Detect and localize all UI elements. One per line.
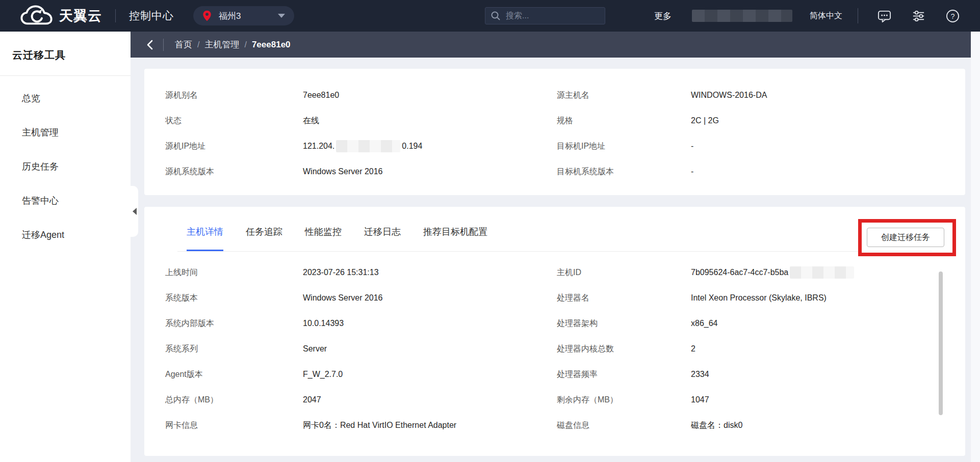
- back-icon[interactable]: [146, 40, 154, 50]
- field-label: 源机IP地址: [165, 141, 303, 152]
- tab-1[interactable]: 任务追踪: [246, 212, 282, 251]
- summary-right-column: 源主机名WINDOWS-2016-DA规格2C | 2G目标机IP地址-目标机系…: [557, 83, 944, 184]
- field-label: 剩余内存（MB）: [557, 395, 691, 405]
- field-label: 磁盘信息: [557, 420, 691, 431]
- field-label: 系统系列: [165, 344, 303, 355]
- create-migration-task-button[interactable]: 创建迁移任务: [867, 228, 944, 247]
- language-switcher[interactable]: 简体中文: [810, 11, 842, 21]
- cloud-logo-icon: [19, 5, 54, 27]
- sidebar-item-0[interactable]: 总览: [0, 81, 131, 115]
- svg-text:?: ?: [950, 12, 955, 20]
- field-row: 上线时间2023-07-26 15:31:13: [165, 260, 532, 285]
- field-label: 状态: [165, 116, 303, 126]
- field-row: 目标机IP地址-: [557, 133, 944, 159]
- field-value: 10.0.14393: [303, 319, 344, 328]
- sidebar: 云迁移工具 总览主机管理历史任务告警中心迁移Agent: [0, 32, 131, 462]
- field-row: Agent版本F_W_2.7.0: [165, 362, 532, 387]
- detail-left-column: 上线时间2023-07-26 15:31:13系统版本Windows Serve…: [165, 260, 532, 438]
- tab-4[interactable]: 推荐目标机配置: [423, 212, 487, 251]
- field-row: 处理器名Intel Xeon Processor (Skylake, IBRS): [557, 285, 944, 311]
- field-row: 处理器频率2334: [557, 362, 944, 387]
- field-value: Intel Xeon Processor (Skylake, IBRS): [691, 293, 827, 303]
- help-icon[interactable]: ?: [946, 9, 960, 23]
- field-row: 状态在线: [165, 108, 532, 133]
- field-label: 处理器内核总数: [557, 344, 691, 355]
- field-value: 2C | 2G: [691, 116, 719, 125]
- breadcrumb: 首页/主机管理/7eee81e0: [175, 39, 291, 50]
- summary-left-column: 源机别名7eee81e0状态在线源机IP地址121.204.0.194源机系统版…: [165, 83, 532, 184]
- field-label: 目标机系统版本: [557, 167, 691, 177]
- field-label: 上线时间: [165, 267, 303, 278]
- field-label: 源主机名: [557, 90, 691, 101]
- redacted-value: [790, 266, 854, 279]
- sliders-icon[interactable]: [912, 9, 925, 23]
- field-row: 源机别名7eee81e0: [165, 83, 532, 108]
- brand-name: 天翼云: [59, 7, 102, 25]
- field-value: WINDOWS-2016-DA: [691, 91, 767, 100]
- sidebar-item-4[interactable]: 迁移Agent: [0, 218, 131, 252]
- brand-logo[interactable]: 天翼云: [19, 5, 102, 27]
- breadcrumb-item-0[interactable]: 首页: [175, 39, 192, 50]
- field-label: 系统版本: [165, 293, 303, 304]
- field-row: 处理器内核总数2: [557, 336, 944, 362]
- sidebar-collapse-handle[interactable]: [131, 186, 138, 237]
- detail-tabs: 主机详情任务追踪性能监控迁移日志推荐目标机配置: [177, 207, 932, 252]
- chevron-down-icon: [278, 14, 285, 18]
- field-row: 总内存（MB）2047: [165, 387, 532, 413]
- field-label: 目标机IP地址: [557, 141, 691, 152]
- search-input[interactable]: [506, 11, 587, 20]
- field-label: Agent版本: [165, 369, 303, 380]
- sidebar-item-3[interactable]: 告警中心: [0, 183, 131, 218]
- console-center-link[interactable]: 控制中心: [129, 9, 174, 23]
- field-value: 在线: [303, 116, 319, 126]
- field-row: 磁盘信息磁盘名：disk0: [557, 413, 944, 438]
- field-label: 处理器名: [557, 293, 691, 304]
- breadcrumb-item-1[interactable]: 主机管理: [204, 39, 239, 50]
- field-value: 磁盘名：disk0: [691, 420, 742, 431]
- sidebar-item-2[interactable]: 历史任务: [0, 149, 131, 183]
- redacted-value: [336, 140, 400, 152]
- app-root: 天翼云 控制中心 福州3 更多 简体中文: [0, 0, 980, 462]
- global-search[interactable]: [485, 7, 605, 24]
- sidebar-item-1[interactable]: 主机管理: [0, 115, 131, 149]
- field-value: x86_64: [691, 319, 718, 328]
- tab-3[interactable]: 迁移日志: [364, 212, 401, 251]
- more-menu[interactable]: 更多: [654, 10, 672, 22]
- field-value: F_W_2.7.0: [303, 370, 343, 379]
- tab-0[interactable]: 主机详情: [187, 212, 223, 251]
- tab-2[interactable]: 性能监控: [305, 212, 342, 251]
- region-name: 福州3: [219, 10, 241, 22]
- field-label: 总内存（MB）: [165, 395, 303, 405]
- message-icon[interactable]: [878, 9, 891, 23]
- field-label: 处理器架构: [557, 318, 691, 329]
- chevron-left-icon: [133, 208, 137, 215]
- field-label: 系统内部版本: [165, 318, 303, 329]
- field-row: 网卡信息网卡0名：Red Hat VirtIO Ethernet Adapter: [165, 413, 532, 438]
- field-value: 2047: [303, 395, 321, 404]
- field-row: 目标机系统版本-: [557, 159, 944, 184]
- account-name-redacted[interactable]: [692, 10, 792, 22]
- region-selector[interactable]: 福州3: [193, 6, 294, 25]
- field-label: 处理器频率: [557, 369, 691, 380]
- breadcrumb-divider: [163, 39, 164, 51]
- host-detail-card: 主机详情任务追踪性能监控迁移日志推荐目标机配置 创建迁移任务 上线时间2023-…: [144, 207, 965, 456]
- host-summary-card: 源机别名7eee81e0状态在线源机IP地址121.204.0.194源机系统版…: [144, 69, 965, 195]
- field-label: 主机ID: [557, 267, 691, 278]
- field-value: 121.204.0.194: [303, 140, 422, 152]
- detail-right-column: 主机ID7b095624-6ac7-4cc7-b5ba处理器名Intel Xeo…: [557, 260, 944, 438]
- scrollbar-thumb[interactable]: [939, 271, 943, 415]
- field-value: 7eee81e0: [303, 91, 339, 100]
- field-label: 源机别名: [165, 90, 303, 101]
- field-row: 处理器架构x86_64: [557, 311, 944, 336]
- field-row: 源主机名WINDOWS-2016-DA: [557, 83, 944, 108]
- field-value: 2023-07-26 15:31:13: [303, 268, 379, 277]
- field-row: 系统内部版本10.0.14393: [165, 311, 532, 336]
- field-value: 2: [691, 344, 695, 354]
- field-value: -: [691, 142, 693, 151]
- breadcrumb-separator: /: [197, 40, 199, 49]
- breadcrumb-separator: /: [244, 40, 246, 49]
- page-right-rail: [971, 32, 980, 462]
- field-value: Windows Server 2016: [303, 167, 383, 176]
- field-value: Windows Server 2016: [303, 293, 383, 303]
- field-row: 主机ID7b095624-6ac7-4cc7-b5ba: [557, 260, 944, 285]
